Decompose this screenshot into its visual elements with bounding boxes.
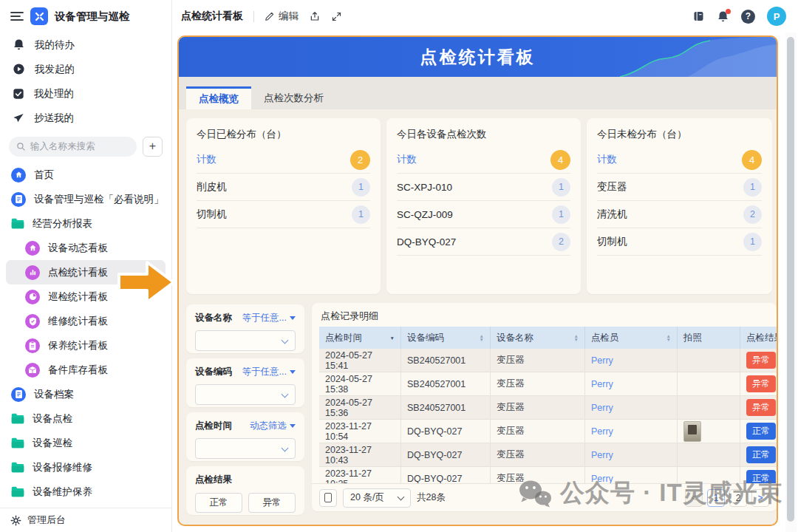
- bell-icon: [13, 38, 25, 51]
- inspector-link[interactable]: Perry: [591, 379, 613, 389]
- stat-item-label: SC-XPJ-010: [397, 182, 452, 193]
- chevron-down-icon: [398, 493, 405, 500]
- chevron-down-icon: [282, 391, 289, 398]
- table-row[interactable]: 2023-11-27 10:43 DQ-BYQ-027 变压器 Perry 正常: [319, 443, 777, 467]
- tab-inspection-count-analysis[interactable]: 点检次数分析: [251, 86, 336, 109]
- fullscreen-button[interactable]: [331, 11, 342, 22]
- sidebar-nav: 首页 设备管理与巡检「必看说明」 经营分析报表 设备动态看板 点检统计看板 巡检…: [0, 163, 171, 504]
- scrollbar-thumb[interactable]: [787, 37, 794, 522]
- table-title: 点检记录明细: [312, 303, 777, 327]
- pie-chart-icon: [25, 290, 40, 304]
- hamburger-menu-icon[interactable]: [10, 11, 24, 21]
- cell-code: DQ-BYQ-027: [401, 420, 491, 443]
- count-label[interactable]: 计数: [397, 153, 417, 166]
- result-abnormal-button[interactable]: 异常: [248, 493, 296, 513]
- sidebar-item-analysis-reports[interactable]: 经营分析报表: [0, 211, 171, 236]
- table-header-row: 点检时间▼ 设备编码▲▼ 设备名称▲▼ 点检员▲▼ 拍照 点检结果: [319, 327, 777, 349]
- column-header-device-name[interactable]: 设备名称▲▼: [491, 327, 585, 349]
- divider: [253, 11, 254, 22]
- stat-item-row: 切制机 1: [597, 228, 762, 256]
- sidebar-item-must-read[interactable]: 设备管理与巡检「必看说明」: [0, 187, 171, 211]
- sidebar-item-label: 我的待办: [35, 38, 75, 52]
- share-button[interactable]: [309, 10, 321, 22]
- page-size-value: 20 条/页: [350, 491, 384, 504]
- column-header-inspection-time[interactable]: 点检时间▼: [319, 327, 401, 349]
- count-label[interactable]: 计数: [597, 153, 617, 166]
- page-size-select[interactable]: 20 条/页: [343, 488, 411, 508]
- result-badge-abnormal: 异常: [746, 399, 776, 416]
- vertical-scrollbar[interactable]: [785, 33, 797, 532]
- sidebar-item-repair-stats-board[interactable]: 维修统计看板: [0, 309, 171, 333]
- sidebar-item-home[interactable]: 首页: [0, 163, 171, 187]
- inspection-time-select[interactable]: [195, 438, 296, 459]
- app-window: 设备管理与巡检 我的待办 我发起的 我处理的 抄送我的 输入: [0, 0, 798, 532]
- upload-icon: [309, 10, 321, 22]
- cell-photo: [678, 372, 740, 396]
- folder-icon: [11, 218, 24, 229]
- user-avatar[interactable]: P: [767, 7, 786, 26]
- total-count-label: 共28条: [417, 491, 446, 504]
- stat-item-badge: 1: [552, 205, 570, 224]
- table-row[interactable]: 2024-05-27 15:41 SB240527001 变压器 Perry 异…: [319, 349, 777, 372]
- sidebar-item-device-inspection[interactable]: 设备点检: [0, 406, 171, 431]
- cell-code: SB240527001: [401, 396, 491, 420]
- stat-item-badge: 2: [743, 205, 762, 224]
- sidebar-item-device-maintenance[interactable]: 设备维护保养: [0, 480, 171, 504]
- sidebar-item-label: 经营分析报表: [33, 217, 92, 231]
- sidebar-item-device-patrol[interactable]: 设备巡检: [0, 431, 171, 455]
- inspector-link[interactable]: Perry: [591, 450, 613, 460]
- stat-count-row: 计数 4: [597, 146, 762, 174]
- filter-operator-dropdown[interactable]: 动态筛选: [250, 420, 296, 432]
- sort-desc-icon[interactable]: ▼: [390, 336, 395, 340]
- inspector-link[interactable]: Perry: [591, 403, 613, 413]
- clipboard-icon: [25, 338, 40, 353]
- tab-inspection-overview[interactable]: 点检概览: [186, 86, 251, 109]
- inspector-link[interactable]: Perry: [591, 355, 613, 366]
- app-logo-icon: [30, 7, 48, 25]
- banner-wave-decoration: [577, 37, 777, 77]
- device-name-select[interactable]: [195, 330, 296, 351]
- table-row[interactable]: 2024-05-27 15:38 SB240527001 变压器 Perry 异…: [319, 372, 777, 396]
- help-button[interactable]: ?: [741, 10, 755, 24]
- sort-icon[interactable]: ▲▼: [480, 334, 484, 341]
- count-label[interactable]: 计数: [197, 153, 216, 166]
- sidebar-item-cc-to-me[interactable]: 抄送我的: [0, 106, 171, 130]
- add-button[interactable]: +: [143, 137, 163, 157]
- device-code-select[interactable]: [195, 384, 296, 405]
- column-settings-button[interactable]: [319, 489, 337, 507]
- table-row[interactable]: 2024-05-27 15:36 SB240527001 变压器 Perry 异…: [319, 396, 777, 420]
- photo-thumbnail[interactable]: [683, 421, 701, 442]
- folder-icon: [11, 437, 24, 449]
- edit-button[interactable]: 编辑: [265, 10, 299, 23]
- filter-operator-dropdown[interactable]: 等于任意...: [242, 312, 296, 324]
- sidebar-item-spare-parts-board[interactable]: 备件库存看板: [0, 358, 171, 382]
- column-header-result: 点检结果: [740, 327, 777, 349]
- filter-operator-dropdown[interactable]: 等于任意...: [242, 366, 296, 378]
- cell-name: 变压器: [491, 396, 585, 420]
- notebook-icon[interactable]: [692, 10, 705, 22]
- table-row[interactable]: 2023-11-27 10:54 DQ-BYQ-027 变压器 Perry 正常: [319, 420, 777, 443]
- cell-name: 变压器: [491, 349, 585, 372]
- sort-icon[interactable]: ▲▼: [666, 334, 671, 341]
- result-normal-button[interactable]: 正常: [195, 493, 242, 513]
- column-header-device-code[interactable]: 设备编码▲▼: [401, 327, 491, 349]
- search-input[interactable]: 输入名称来搜索: [9, 137, 137, 157]
- sidebar-item-device-archive[interactable]: 设备档案: [0, 382, 171, 406]
- cell-code: DQ-BYQ-027: [401, 443, 491, 467]
- sidebar-item-device-dynamic-board[interactable]: 设备动态看板: [0, 236, 171, 260]
- result-badge-abnormal: 异常: [746, 352, 776, 369]
- sidebar-item-my-todo[interactable]: 我的待办: [0, 33, 171, 57]
- notifications-button[interactable]: [717, 10, 729, 23]
- caret-down-icon: [290, 424, 296, 428]
- sidebar-item-initiated-by-me[interactable]: 我发起的: [0, 57, 171, 81]
- sidebar-item-device-repair[interactable]: 设备报修维修: [0, 455, 171, 480]
- column-header-inspector[interactable]: 点检员▲▼: [585, 327, 678, 349]
- inspector-link[interactable]: Perry: [591, 426, 613, 437]
- sidebar-item-handled-by-me[interactable]: 我处理的: [0, 81, 171, 106]
- sidebar-top-items: 我的待办 我发起的 我处理的 抄送我的: [0, 33, 171, 130]
- sort-icon[interactable]: ▲▼: [574, 334, 579, 341]
- admin-backend-button[interactable]: 管理后台: [0, 508, 171, 532]
- play-circle-icon: [13, 63, 25, 75]
- stat-card-inspection-counts: 今日各设备点检次数 计数 4 SC-XPJ-010 1 SC-QZJ-009 1…: [386, 118, 581, 294]
- sidebar-item-maintenance-stats-board[interactable]: 保养统计看板: [0, 333, 171, 358]
